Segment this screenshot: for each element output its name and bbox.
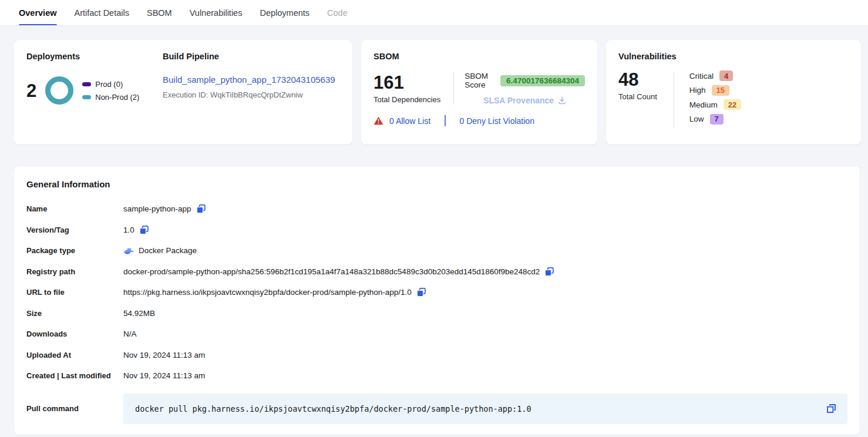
deployments-donut-chart (45, 76, 73, 105)
docker-icon (123, 247, 134, 255)
sbom-score-badge: 6.470017636684304 (500, 75, 585, 86)
info-value: docker-prod/sample-python-app/sha256:596… (123, 267, 540, 276)
severity-row-low: Low 7 (689, 114, 741, 125)
copy-icon[interactable] (544, 267, 554, 277)
info-row-url: URL to file https://pkg.harness.io/ikpsj… (26, 282, 847, 303)
deployments-section: Deployments 2 Prod (0) Non-Prod (2) (26, 52, 163, 133)
tab-label: Vulnerabilities (190, 8, 243, 18)
overview-content: Deployments 2 Prod (0) Non-Prod (2) (0, 26, 868, 435)
summary-cards-row: Deployments 2 Prod (0) Non-Prod (2) (14, 40, 861, 144)
slsa-provenance-label: SLSA Provenance (483, 96, 554, 105)
build-pipeline-title: Build Pipeline (163, 52, 340, 61)
info-row-downloads: Downloads N/A (26, 324, 847, 345)
pipeline-link[interactable]: Build_sample_python_app_1732043105639 (163, 75, 335, 85)
tab-sbom[interactable]: SBOM (147, 0, 172, 25)
copy-icon[interactable] (139, 225, 149, 235)
copy-icon[interactable] (826, 403, 837, 414)
severity-label: Critical (689, 72, 714, 80)
vulnerabilities-title: Vulnerabilities (618, 52, 849, 61)
deployments-legend: Prod (0) Non-Prod (2) (82, 80, 139, 102)
pull-command-text: docker pull pkg.harness.io/ikpsjoavtcwxn… (135, 404, 531, 414)
nonprod-color-dot (82, 95, 91, 99)
divider (445, 115, 446, 126)
severity-label: Low (689, 115, 704, 123)
info-value: Nov 19, 2024 11:13 am (123, 351, 205, 359)
sbom-total-label: Total Dependencies (374, 95, 440, 104)
info-row-version: Version/Tag 1.0 (26, 220, 847, 241)
tab-artifact-details[interactable]: Artifact Details (75, 0, 129, 25)
info-label: Package type (26, 246, 123, 255)
info-label: Version/Tag (26, 226, 123, 234)
info-label: URL to file (26, 288, 123, 297)
severity-list: Critical 4 High 15 Medium 22 Low 7 (689, 70, 741, 128)
sbom-card: SBOM 161 Total Dependencies SBOM Score 6… (361, 40, 597, 144)
info-value: Docker Package (139, 246, 197, 255)
deployments-title: Deployments (26, 52, 163, 61)
info-row-name: Name sample-python-app (26, 199, 847, 220)
divider (674, 72, 674, 128)
copy-icon[interactable] (416, 287, 426, 297)
info-label: Created | Last modified (26, 371, 123, 380)
execution-id: Execution ID: WqkTiIbBRqecQrpDtZwniw (163, 90, 340, 99)
legend-label: Prod (0) (95, 80, 123, 89)
pull-command-box: docker pull pkg.harness.io/ikpsjoavtcwxn… (123, 394, 847, 424)
info-label: Downloads (26, 330, 123, 338)
sbom-score-label: SBOM Score (465, 72, 495, 89)
severity-label: Medium (689, 100, 718, 109)
legend-item-nonprod: Non-Prod (2) (82, 93, 139, 102)
warning-icon (374, 116, 383, 125)
tab-deployments[interactable]: Deployments (260, 0, 309, 25)
info-label: Registry path (26, 267, 123, 276)
info-label: Uploaded At (26, 351, 123, 359)
severity-row-medium: Medium 22 (689, 99, 741, 110)
tab-label: Artifact Details (75, 8, 129, 18)
severity-count-badge: 4 (719, 70, 733, 81)
pull-command-label: Pull command (26, 404, 123, 413)
deployments-card: Deployments 2 Prod (0) Non-Prod (2) (14, 40, 352, 144)
divider (453, 72, 454, 105)
prod-color-dot (82, 82, 91, 86)
slsa-provenance-link[interactable]: SLSA Provenance (483, 96, 566, 105)
info-row-registry-path: Registry path docker-prod/sample-python-… (26, 261, 847, 283)
tab-label: Overview (19, 8, 57, 18)
tab-bar: Overview Artifact Details SBOM Vulnerabi… (0, 0, 868, 26)
severity-count-badge: 15 (712, 85, 729, 96)
severity-label: High (689, 86, 706, 95)
vulnerabilities-card: Vulnerabilities 48 Total Count Critical … (606, 40, 861, 144)
general-information-card: General Information Name sample-python-a… (14, 166, 860, 435)
info-value: 1.0 (123, 226, 134, 234)
copy-icon[interactable] (196, 204, 206, 214)
info-row-package-type: Package type Docker Package (26, 240, 847, 261)
severity-count-badge: 7 (710, 114, 724, 125)
info-row-uploaded-at: Uploaded At Nov 19, 2024 11:13 am (26, 345, 847, 366)
vulnerabilities-total: 48 (618, 70, 657, 89)
pull-command-row: Pull command docker pull pkg.harness.io/… (26, 394, 847, 424)
info-value: Nov 19, 2024 11:13 am (123, 371, 205, 380)
info-value: sample-python-app (123, 204, 191, 213)
allow-list-link[interactable]: 0 Allow List (389, 116, 430, 126)
legend-label: Non-Prod (2) (95, 93, 139, 102)
tab-overview[interactable]: Overview (19, 0, 57, 25)
build-pipeline-section: Build Pipeline Build_sample_python_app_1… (163, 52, 340, 133)
vulnerabilities-total-label: Total Count (618, 92, 657, 101)
severity-row-high: High 15 (689, 85, 741, 96)
general-information-title: General Information (26, 179, 847, 189)
download-icon (558, 96, 566, 105)
info-value: https://pkg.harness.io/ikpsjoavtcwxnqisy… (123, 288, 412, 297)
info-row-created-modified: Created | Last modified Nov 19, 2024 11:… (26, 365, 847, 386)
deployments-total: 2 (26, 82, 36, 100)
info-row-size: Size 54.92MB (26, 303, 847, 324)
severity-row-critical: Critical 4 (689, 70, 741, 81)
sbom-total: 161 (374, 73, 440, 92)
tab-label: SBOM (147, 8, 172, 18)
info-value: 54.92MB (123, 309, 155, 318)
deny-list-violation-link[interactable]: 0 Deny List Violation (460, 116, 534, 126)
tab-code: Code (327, 0, 348, 25)
sbom-total-block: 161 Total Dependencies (374, 73, 440, 104)
info-value: N/A (123, 330, 137, 338)
severity-count-badge: 22 (724, 99, 741, 110)
info-label: Name (26, 204, 123, 213)
tab-vulnerabilities[interactable]: Vulnerabilities (190, 0, 243, 25)
legend-item-prod: Prod (0) (82, 80, 139, 89)
tab-label: Code (327, 8, 348, 18)
